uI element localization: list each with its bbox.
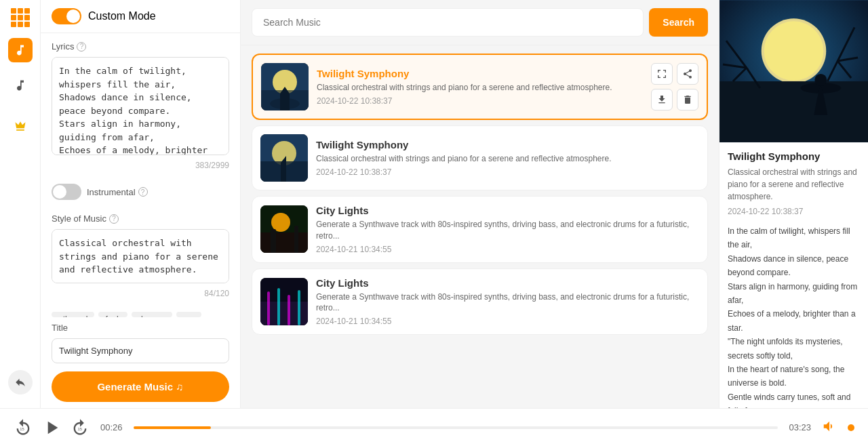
forward-button[interactable]: 15 [71,418,90,437]
style-section: Style of Music ? Classical orchestral wi… [41,205,240,306]
right-title: Twilight Symphony [728,150,860,162]
result-info-1: Twilight Symphony Classical orchestral w… [317,68,643,106]
tags-row: ethereal funk dreamy ma [41,306,240,317]
result-thumb-4 [260,278,308,325]
expand-button-1[interactable] [651,63,673,85]
svg-point-10 [271,213,290,232]
volume-dot [848,424,854,431]
lyrics-section: Lyrics ? In the calm of twilight, whispe… [41,33,240,178]
lyrics-label: Lyrics ? [52,41,229,52]
center-panel: Search Twilight Symphony Classical orche [241,0,719,408]
result-title-2: Twilight Symphony [316,139,699,150]
svg-rect-18 [288,295,290,325]
result-card-2[interactable]: Twilight Symphony Classical orchestral w… [252,125,708,190]
svg-point-25 [814,74,827,86]
style-label: Style of Music ? [52,214,229,224]
lyrics-textarea[interactable]: In the calm of twilight, whispers fill t… [52,57,229,155]
svg-point-22 [764,21,824,81]
player-controls: 15 15 [14,417,90,439]
instrumental-label: Instrumental ? [87,187,148,197]
lyrics-char-count: 383/2999 [52,161,229,170]
result-title-4: City Lights [316,277,699,289]
volume-icon[interactable] [822,419,837,437]
right-date: 2024-10-22 10:38:37 [728,207,860,216]
result-thumb-1 [261,63,309,110]
style-info-icon[interactable]: ? [109,214,119,224]
rewind-button[interactable]: 15 [14,418,33,437]
right-info: Twilight Symphony Classical orchestral w… [719,142,868,408]
custom-mode-bar: Custom Mode [41,0,240,33]
instrumental-row: Instrumental ? [41,178,240,205]
result-thumb-2 [260,134,308,182]
result-desc-2: Classical orchestral with strings and pi… [316,153,699,165]
title-section: Title [41,317,240,371]
tag-ma[interactable]: ma [176,312,201,317]
right-panel: Twilight Symphony Classical orchestral w… [719,0,868,408]
lyrics-info-icon[interactable]: ? [77,42,86,52]
share-button-1[interactable] [677,63,698,85]
svg-rect-13 [294,226,298,253]
result-desc-4: Generate a Synthwave track with 80s-insp… [316,291,699,315]
sidebar-icon-crown[interactable] [8,114,33,138]
svg-rect-16 [267,291,270,325]
result-desc-3: Generate a Synthwave track with 80s-insp… [316,219,699,242]
results-list: Twilight Symphony Classical orchestral w… [241,45,719,408]
result-info-4: City Lights Generate a Synthwave track w… [316,277,699,327]
tag-funk[interactable]: funk [98,312,127,317]
album-art [719,0,868,142]
svg-rect-19 [298,290,300,325]
result-title-1: Twilight Symphony [317,68,643,79]
svg-rect-11 [260,232,308,253]
result-date-2: 2024-10-22 10:38:37 [316,167,699,177]
current-time: 00:26 [100,422,123,432]
download-button-1[interactable] [651,89,673,110]
right-lyrics: In the calm of twilight, whispers fill t… [728,224,860,408]
result-actions-1 [651,63,698,110]
result-card-1[interactable]: Twilight Symphony Classical orchestral w… [252,54,708,120]
result-title-3: City Lights [316,205,699,216]
svg-rect-12 [271,229,276,253]
left-panel: Custom Mode Lyrics ? In the calm of twil… [41,0,241,408]
tag-ethereal[interactable]: ethereal [52,312,94,317]
total-time: 03:23 [789,422,811,432]
right-desc: Classical orchestral with strings and pi… [728,166,860,203]
sidebar-icon-music-note[interactable] [8,38,33,62]
result-date-4: 2024-10-21 10:34:55 [316,317,699,326]
player-bar: 15 15 00:26 03:23 [0,408,868,446]
result-date-3: 2024-10-21 10:34:55 [316,245,699,254]
svg-text:15: 15 [78,426,82,430]
svg-text:15: 15 [20,426,24,430]
result-info-2: Twilight Symphony Classical orchestral w… [316,139,699,177]
progress-fill [134,426,211,429]
result-info-3: City Lights Generate a Synthwave track w… [316,205,699,254]
result-date-1: 2024-10-22 10:38:37 [317,96,643,106]
sidebar [0,0,41,408]
result-thumb-3 [260,205,308,253]
grid-icon[interactable] [11,8,30,27]
tag-dreamy[interactable]: dreamy [132,312,172,317]
search-button[interactable]: Search [649,8,708,37]
sidebar-icon-music-alt[interactable] [8,73,33,98]
instrumental-info-icon[interactable]: ? [138,187,148,197]
custom-mode-label: Custom Mode [88,10,156,22]
title-label: Title [52,323,229,333]
delete-button-1[interactable] [677,89,698,110]
style-textarea[interactable]: Classical orchestral with strings and pi… [52,229,229,283]
result-card-3[interactable]: City Lights Generate a Synthwave track w… [252,196,708,263]
generate-button[interactable]: Generate Music ♫ [52,371,229,402]
svg-rect-23 [719,81,868,142]
instrumental-toggle[interactable] [52,184,81,200]
title-input[interactable] [52,338,229,363]
custom-mode-toggle[interactable] [52,8,81,24]
search-input[interactable] [252,8,644,37]
result-card-4[interactable]: City Lights Generate a Synthwave track w… [252,268,708,336]
style-char-count: 84/120 [52,289,229,298]
search-bar: Search [241,0,719,45]
svg-rect-17 [277,288,280,325]
result-desc-1: Classical orchestral with strings and pi… [317,82,643,94]
exit-button[interactable] [8,370,33,394]
progress-bar[interactable] [134,426,778,429]
play-button[interactable] [41,417,62,439]
